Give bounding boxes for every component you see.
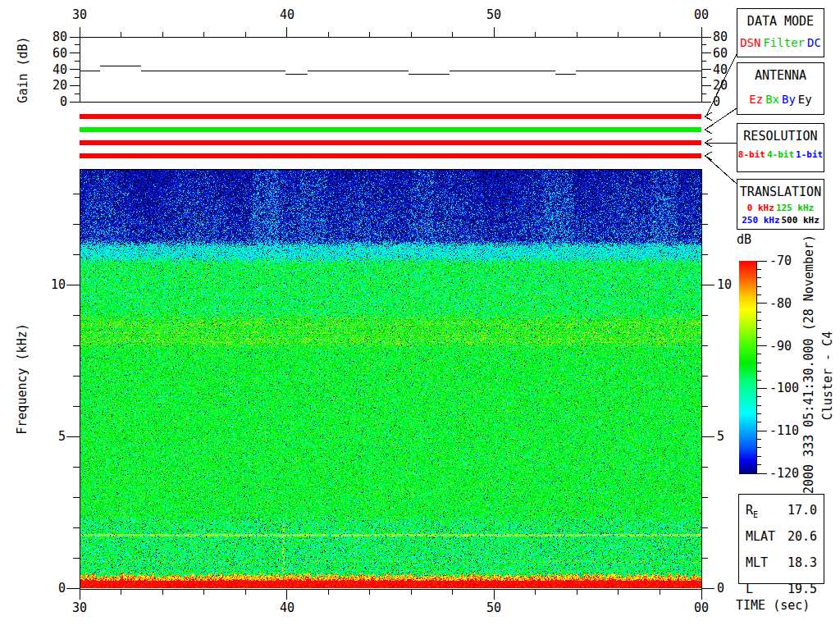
re-value: 17.0 [788, 500, 817, 526]
mlt-label: MLT [746, 552, 768, 578]
freq-tick-10-left: 10 [41, 278, 66, 291]
gain-tick-80-left: 80 [43, 30, 67, 43]
top-tick-00: 00 [685, 8, 718, 21]
gain-tick-20-left: 20 [43, 79, 67, 92]
translation-option-125khz: 125 kHz [776, 203, 814, 213]
data-mode-title: DATA MODE [737, 14, 824, 29]
re-row: RE 17.0 [746, 500, 817, 526]
datetime-label: 2000 333 05:41:30.000 (28 November) [801, 235, 816, 494]
gain-tick-40-right: 40 [713, 63, 728, 76]
bottom-tick-00: 00 [685, 601, 718, 614]
data-mode-box: DATA MODE DSN Filter DC [737, 8, 824, 57]
antenna-status-bar [80, 127, 701, 132]
mlat-row: MLAT 20.6 [746, 526, 817, 552]
colorbar-tick-120: -120 [769, 467, 799, 480]
data-mode-option-dsn: DSN [740, 36, 760, 49]
colorbar [739, 261, 756, 473]
freq-tick-5-right: 5 [717, 430, 724, 443]
translation-title: TRANSLATION [737, 185, 824, 199]
data-mode-option-dc: DC [807, 36, 821, 49]
bottom-tick-30: 30 [63, 601, 96, 614]
gain-tick-0-right: 0 [713, 95, 720, 108]
freq-tick-0-left: 0 [41, 582, 66, 595]
gain-tick-40-left: 40 [43, 63, 67, 76]
colorbar-tick-70: -70 [769, 254, 792, 267]
translation-option-500khz: 500 kHz [782, 215, 819, 226]
data-mode-option-filter: Filter [763, 36, 805, 49]
resolution-option-1bit: 1-bit [796, 149, 823, 160]
antenna-option-bx: Bx [765, 93, 779, 106]
colorbar-tick-110: -110 [769, 424, 799, 437]
colorbar-tick-100: -100 [769, 381, 799, 395]
gain-tick-20-right: 20 [713, 79, 728, 92]
data-mode-status-bar [80, 114, 701, 119]
bottom-tick-50: 50 [477, 601, 510, 614]
mlt-row: MLT 18.3 [746, 552, 817, 578]
translation-option-250khz: 250 kHz [742, 215, 779, 226]
wbd-spectrogram-display: Gain (dB) Frequency (kHz) 30 40 50 00 80… [0, 0, 840, 630]
gain-tick-60-right: 60 [713, 47, 728, 60]
translation-option-0khz: 0 kHz [747, 203, 774, 213]
translation-status-bar [80, 153, 701, 158]
mlat-value: 20.6 [788, 526, 817, 552]
bottom-tick-40: 40 [271, 601, 304, 614]
gain-tick-60-left: 60 [43, 47, 67, 60]
translation-box: TRANSLATION 0 kHz 125 kHz 250 kHz 500 kH… [737, 179, 824, 230]
antenna-title: ANTENNA [737, 68, 824, 83]
resolution-box: RESOLUTION 8-bit 4-bit 1-bit [737, 123, 824, 172]
resolution-title: RESOLUTION [737, 129, 824, 144]
resolution-option-4bit: 4-bit [767, 149, 794, 160]
orbit-info-box: RE 17.0 MLAT 20.6 MLT 18.3 L 19.5 [738, 494, 824, 584]
mlt-value: 18.3 [788, 552, 817, 578]
re-label: RE [746, 500, 758, 526]
antenna-option-by: By [782, 93, 796, 106]
resolution-status-bar [80, 140, 701, 145]
top-tick-50: 50 [477, 8, 510, 21]
freq-tick-10-right: 10 [717, 278, 732, 291]
gain-tick-0-left: 0 [43, 95, 67, 108]
gain-tick-80-right: 80 [713, 30, 728, 43]
antenna-option-ey: Ey [798, 93, 812, 106]
top-tick-40: 40 [271, 8, 304, 21]
mlat-label: MLAT [746, 526, 775, 552]
antenna-option-ez: Ez [749, 93, 763, 106]
colorbar-units-label: dB [737, 232, 751, 247]
frequency-axis-label: Frequency (kHz) [15, 323, 30, 434]
antenna-box: ANTENNA Ez Bx By Ey [737, 62, 824, 115]
spectrogram-canvas [80, 170, 701, 588]
gain-axis-label: Gain (dB) [16, 36, 30, 103]
freq-tick-5-left: 5 [41, 430, 66, 443]
time-axis-label: TIME (sec) [736, 598, 810, 613]
resolution-option-8bit: 8-bit [738, 149, 765, 160]
colorbar-tick-90: -90 [769, 340, 792, 353]
spacecraft-label: Cluster - C4 [820, 331, 835, 420]
top-tick-30: 30 [63, 8, 96, 21]
colorbar-tick-80: -80 [769, 297, 792, 310]
freq-tick-0-right: 0 [717, 582, 724, 595]
